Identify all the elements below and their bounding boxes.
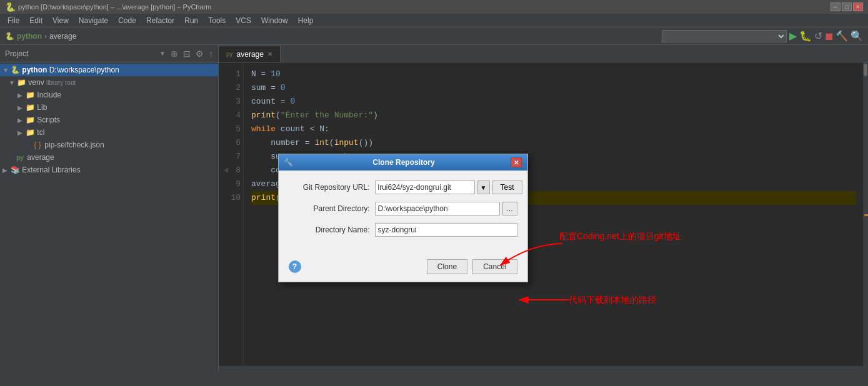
- folder-icon: 📁: [25, 102, 35, 112]
- dir-name-row: Directory Name:: [289, 223, 517, 237]
- test-button[interactable]: Test: [492, 181, 522, 194]
- tree-scripts[interactable]: ▶ 📁 Scripts: [0, 114, 218, 126]
- tree-scripts-label: Scripts: [35, 116, 218, 124]
- annotation-parent-dir: 代码下载到本地的路径: [569, 295, 656, 306]
- editor-tab-average[interactable]: py average ✕: [219, 46, 281, 62]
- tree-include-label: Include: [35, 91, 218, 99]
- stop-button[interactable]: ◼: [825, 30, 833, 42]
- git-url-label: Git Repository URL:: [289, 183, 370, 192]
- debug-button[interactable]: 🐛: [799, 30, 812, 42]
- code-line-4: print("Enter the Number:"): [251, 109, 856, 122]
- window-controls: ─ □ ✕: [831, 2, 863, 11]
- tab-label: average: [237, 50, 264, 59]
- folder-icon: 📁: [25, 90, 35, 100]
- python-project-icon: 🐍: [10, 65, 20, 75]
- project-panel: Project ▼ ⊕ ⊟ ⚙ ↑ ▼ 🐍 python D:\workspac…: [0, 45, 219, 371]
- code-line-2: sum = 0: [251, 81, 856, 95]
- parent-dir-input-group: …: [375, 202, 517, 215]
- code-line-6: number = int(input()): [251, 136, 856, 150]
- clone-repository-dialog: 🔧 Clone Repository ✕ Git Repository URL:…: [278, 154, 528, 282]
- menu-refactor[interactable]: Refactor: [141, 15, 179, 26]
- git-url-dropdown-button[interactable]: ▼: [477, 181, 490, 194]
- hide-panel-button[interactable]: ↑: [209, 49, 213, 59]
- run-configuration-select[interactable]: [662, 30, 787, 42]
- dialog-body: Git Repository URL: ▼ Test Parent Direct…: [279, 171, 527, 254]
- run-button[interactable]: ▶: [789, 30, 797, 42]
- search-everywhere-button[interactable]: 🔍: [851, 30, 863, 42]
- menu-tools[interactable]: Tools: [203, 15, 231, 26]
- dir-name-label: Directory Name:: [289, 225, 370, 234]
- tree-external-libs-label: External Libraries: [20, 166, 218, 174]
- minimize-button[interactable]: ─: [831, 2, 841, 11]
- browse-button[interactable]: …: [502, 202, 517, 215]
- chevron-right-icon: ▶: [17, 117, 24, 124]
- menu-window[interactable]: Window: [256, 15, 293, 26]
- chevron-right-icon: ▶: [17, 104, 24, 111]
- dialog-footer: ? Clone Cancel: [279, 254, 527, 282]
- tree-average-label: average: [25, 153, 218, 162]
- python-tab-icon: py: [226, 51, 233, 57]
- clone-button[interactable]: Clone: [427, 259, 467, 274]
- breadcrumb-average[interactable]: average: [49, 32, 76, 41]
- tree-venv[interactable]: ▼ 📁 venv library root: [0, 76, 218, 89]
- chevron-down-icon: ▼: [9, 79, 15, 86]
- tree-include[interactable]: ▶ 📁 Include: [0, 89, 218, 101]
- title-bar: 🐍 python [D:\workspace\python] – ...\ave…: [0, 0, 868, 14]
- menu-vcs[interactable]: VCS: [231, 15, 256, 26]
- help-button[interactable]: ?: [289, 260, 301, 273]
- tree-pip-selfcheck[interactable]: { } pip-selfcheck.json: [0, 139, 218, 151]
- menu-help[interactable]: Help: [293, 15, 319, 26]
- chevron-right-icon: ▶: [2, 167, 9, 174]
- parent-dir-input[interactable]: [375, 202, 500, 215]
- folder-icon: 📁: [25, 115, 35, 125]
- folder-icon: 📁: [16, 77, 26, 87]
- code-line-5: while count < N:: [251, 122, 856, 136]
- parent-dir-row: Parent Directory: …: [289, 202, 517, 215]
- collapse-button[interactable]: ⊟: [183, 49, 191, 59]
- editor-tabs: py average ✕: [219, 45, 868, 62]
- code-line-3: count = 0: [251, 95, 856, 109]
- json-file-icon: { }: [32, 140, 42, 150]
- project-toolbar: Project ▼ ⊕ ⊟ ⚙ ↑: [0, 45, 218, 62]
- menu-bar: File Edit View Navigate Code Refactor Ru…: [0, 14, 868, 27]
- tree-root-label: python D:\workspace\python: [20, 66, 218, 74]
- bottom-scrollbar[interactable]: [219, 366, 868, 371]
- tree-average[interactable]: py average: [0, 151, 218, 164]
- git-url-row: Git Repository URL: ▼ Test: [289, 181, 517, 194]
- dialog-title-bar: 🔧 Clone Repository ✕: [279, 154, 527, 171]
- menu-file[interactable]: File: [2, 15, 24, 26]
- chevron-right-icon: ▶: [17, 129, 24, 136]
- dir-name-input[interactable]: [375, 223, 517, 237]
- menu-code[interactable]: Code: [113, 15, 141, 26]
- settings-button[interactable]: ⚙: [196, 49, 204, 59]
- python-file-icon: py: [15, 152, 25, 162]
- cancel-button[interactable]: Cancel: [472, 259, 517, 274]
- dialog-title: Clone Repository: [372, 158, 434, 167]
- annotation-git-url: 配置Coding.net上的项目git地址: [559, 231, 681, 242]
- tree-tcl[interactable]: ▶ 📁 tcl: [0, 126, 218, 139]
- build-button[interactable]: 🔨: [836, 30, 848, 42]
- window-title: python [D:\workspace\python] – ...\avera…: [18, 3, 211, 11]
- folder-icon: 📁: [25, 127, 35, 137]
- dialog-close-button[interactable]: ✕: [511, 157, 522, 167]
- menu-navigate[interactable]: Navigate: [74, 15, 113, 26]
- sync-button[interactable]: ⊕: [171, 49, 178, 59]
- breadcrumb-python[interactable]: python: [17, 32, 42, 41]
- line-numbers: 1 2 3 4 5 6 7 ◁8 9 10: [219, 62, 244, 366]
- menu-edit[interactable]: Edit: [24, 15, 47, 26]
- git-url-input[interactable]: [375, 181, 475, 194]
- tree-venv-label: venv library root: [26, 78, 218, 87]
- menu-view[interactable]: View: [47, 15, 74, 26]
- maximize-button[interactable]: □: [842, 2, 852, 11]
- external-libs-icon: 📚: [10, 165, 20, 175]
- menu-run[interactable]: Run: [179, 15, 203, 26]
- tree-lib-label: Lib: [35, 103, 218, 112]
- project-panel-title: Project: [5, 49, 154, 58]
- tree-root-python[interactable]: ▼ 🐍 python D:\workspace\python: [0, 64, 218, 76]
- tree-external-libs[interactable]: ▶ 📚 External Libraries: [0, 164, 218, 176]
- close-button[interactable]: ✕: [853, 2, 863, 11]
- parent-dir-label: Parent Directory:: [289, 204, 370, 213]
- tree-lib[interactable]: ▶ 📁 Lib: [0, 101, 218, 114]
- tab-close-icon[interactable]: ✕: [267, 51, 272, 57]
- rerun-button[interactable]: ↺: [814, 30, 822, 42]
